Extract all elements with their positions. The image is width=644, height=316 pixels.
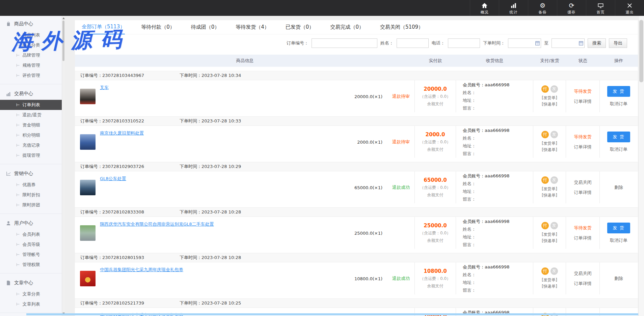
tab-已发货（0）[interactable]: 已发货（0） — [286, 20, 314, 34]
ship-doc-link[interactable]: [发货单] — [542, 95, 557, 101]
tab-待成团（0）[interactable]: 待成团（0） — [191, 20, 220, 34]
refund-status[interactable]: 退款成功 — [392, 276, 410, 282]
sidebar-item-优惠券[interactable]: ⊢优惠券 — [0, 180, 62, 190]
sidebar-item-label: 积分明细 — [22, 132, 40, 138]
order-time: 下单时间：2023-07-28 10:28 — [180, 255, 241, 261]
cell-status: 交易关闭订单详情 — [566, 262, 600, 294]
product-link[interactable]: 南京佳久废旧塑料处置 — [100, 130, 144, 136]
sidebar-item-资金明细[interactable]: ⊢资金明细 — [0, 120, 62, 130]
cancel-order-link[interactable]: 取消订单 — [610, 101, 627, 107]
tab-全部订单（5113）[interactable]: 全部订单（5113） — [82, 20, 125, 34]
sidebar-item-退款/退货[interactable]: ⊢退款/退货 — [0, 110, 62, 120]
refund-status[interactable]: 退款待审 — [392, 93, 410, 99]
sidebar-item-商品分类[interactable]: ⊢商品分类 — [0, 40, 62, 50]
tab-交易完成（0）[interactable]: 交易完成（0） — [330, 20, 364, 34]
topbar-item-首页[interactable]: 首页 — [586, 0, 615, 16]
order-detail-link[interactable]: 订单详情 — [574, 235, 592, 241]
express-doc-link[interactable]: [快递单] — [542, 192, 557, 199]
sidebar-scroll-thumb[interactable] — [62, 21, 64, 61]
tab-等待发货（4）[interactable]: 等待发货（4） — [236, 20, 269, 34]
branch-icon: ⊢ — [16, 63, 20, 68]
page-scroll-thumb[interactable] — [639, 20, 643, 82]
cell-operation: 发 货取消订单 — [600, 126, 638, 158]
product-link[interactable]: 叉车 — [100, 85, 109, 91]
calendar-icon[interactable] — [579, 41, 583, 46]
cell-receiver-info: 会员账号：aaa666998姓名：地址：留言： — [456, 262, 533, 294]
sidebar-item-管理权限[interactable]: ⊢管理权限 — [0, 260, 62, 270]
cancel-order-link[interactable]: 取消订单 — [610, 146, 627, 152]
tab-等待付款（0）[interactable]: 等待付款（0） — [141, 20, 175, 34]
sidebar-section-交易中心[interactable]: 交易中心 — [0, 88, 62, 100]
ship-doc-link[interactable]: [发货单] — [542, 186, 557, 192]
topbar-item-退出[interactable]: 退出 — [615, 0, 644, 16]
express-doc-link[interactable]: [快递单] — [542, 147, 557, 153]
pay-ship-badges: 付发 — [541, 85, 558, 93]
express-doc-link[interactable]: [快递单] — [542, 238, 557, 244]
sidebar-item-品牌管理[interactable]: ⊢品牌管理 — [0, 50, 62, 60]
ship-doc-link[interactable]: [发货单] — [542, 140, 557, 147]
ship-button[interactable]: 发 货 — [607, 132, 630, 142]
product-image[interactable] — [80, 89, 96, 104]
ship-doc-link[interactable]: [发货单] — [542, 231, 557, 238]
topbar-item-缓存[interactable]: ⟳缓存 — [557, 0, 586, 16]
sidebar-section-商品中心[interactable]: 商品中心 — [0, 18, 62, 30]
topbar-item-备份[interactable]: ⚙备份 — [528, 0, 557, 16]
order-detail-link[interactable]: 订单详情 — [574, 144, 592, 150]
search-button[interactable]: 搜索 — [588, 38, 606, 48]
sidebar-item-提现管理[interactable]: ⊢提现管理 — [0, 150, 62, 161]
product-image[interactable] — [80, 134, 96, 150]
branch-icon: ⊢ — [16, 242, 20, 247]
sidebar-item-文章分类[interactable]: ⊢文章分类 — [0, 289, 62, 299]
sidebar-item-文章列表[interactable]: ⊢文章列表 — [0, 299, 62, 309]
express-doc-link[interactable]: [快递单] — [542, 101, 557, 108]
export-button[interactable]: 导出 — [609, 38, 627, 48]
sidebar-section-文章中心[interactable]: 文章中心 — [0, 277, 62, 289]
product-image[interactable] — [80, 271, 96, 286]
delete-order-link[interactable]: 删除 — [614, 184, 623, 191]
cancel-order-link[interactable]: 取消订单 — [610, 237, 627, 243]
tab-交易关闭（5109）[interactable]: 交易关闭（5109） — [380, 20, 423, 34]
calendar-icon[interactable] — [535, 41, 540, 46]
refund-status[interactable]: 退款成功 — [392, 184, 410, 191]
sidebar-item-充值记录[interactable]: ⊢充值记录 — [0, 140, 62, 150]
sidebar-item-积分明细[interactable]: ⊢积分明细 — [0, 130, 62, 140]
order-detail-link[interactable]: 订单详情 — [574, 190, 592, 196]
sidebar-section-营销中心[interactable]: 营销中心 — [0, 168, 62, 180]
sidebar-item-商品列表[interactable]: ⊢商品列表 — [0, 30, 62, 40]
order-number: 订单编号：230728103310522 — [80, 118, 144, 124]
ship-button[interactable]: 发 货 — [607, 223, 630, 233]
name-input[interactable] — [397, 38, 429, 48]
sidebar-item-会员等级[interactable]: ⊢会员等级 — [0, 239, 62, 250]
page-scrollbar[interactable] — [638, 16, 644, 316]
product-image[interactable] — [80, 225, 96, 241]
express-doc-link[interactable]: [快递单] — [542, 283, 557, 290]
sidebar-item-规格管理[interactable]: ⊢规格管理 — [0, 60, 62, 70]
ship-doc-link[interactable]: [发货单] — [542, 277, 557, 283]
order-detail-link[interactable]: 订单详情 — [574, 98, 592, 105]
refund-status[interactable]: 退款待审 — [392, 139, 410, 145]
product-link[interactable]: GL8公车处置 — [100, 176, 126, 182]
sidebar-section: 营销中心⊢优惠券⊢限时折扣⊢限时拼团 — [0, 166, 62, 210]
product-link[interactable]: 中国兵器集团阳光七采九周年庆现金礼包券 — [100, 267, 183, 273]
order-no-input[interactable] — [312, 38, 377, 48]
cell-product-info: 中国兵器集团阳光七采九周年庆现金礼包券10800.0(×1)退款成功 — [75, 262, 415, 294]
delete-order-link[interactable]: 删除 — [614, 276, 623, 282]
sidebar-item-限时拼团[interactable]: ⊢限时拼团 — [0, 200, 62, 210]
sidebar-section-用户中心[interactable]: 用户中心 — [0, 217, 62, 229]
order-detail-link[interactable]: 订单详情 — [574, 281, 592, 287]
sidebar-scrollbar[interactable] — [62, 16, 65, 316]
product-link[interactable]: 陕西庆华汽车安全有限公司自用非营运别克GL8二手车处置 — [100, 221, 214, 227]
cell-pay-ship: 付发[发货单][快递单] — [533, 171, 566, 203]
order-row: 叉车20000.0(×1)退款待审20000.0（含运费：0.0）余额支付会员账… — [75, 80, 638, 112]
sidebar-item-评价管理[interactable]: ⊢评价管理 — [0, 70, 62, 81]
topbar-item-概况[interactable]: 概况 — [470, 0, 499, 16]
sidebar-item-订单列表[interactable]: ⊢订单列表 — [0, 100, 62, 110]
sidebar-item-会员列表[interactable]: ⊢会员列表 — [0, 229, 62, 239]
topbar-item-统计[interactable]: 统计 — [499, 0, 528, 16]
scroll-up-icon[interactable] — [62, 18, 65, 19]
sidebar-item-限时折扣[interactable]: ⊢限时折扣 — [0, 190, 62, 200]
ship-button[interactable]: 发 货 — [607, 86, 630, 97]
product-image[interactable] — [80, 180, 96, 195]
sidebar-item-管理帐号[interactable]: ⊢管理帐号 — [0, 250, 62, 260]
phone-input[interactable] — [448, 38, 480, 48]
